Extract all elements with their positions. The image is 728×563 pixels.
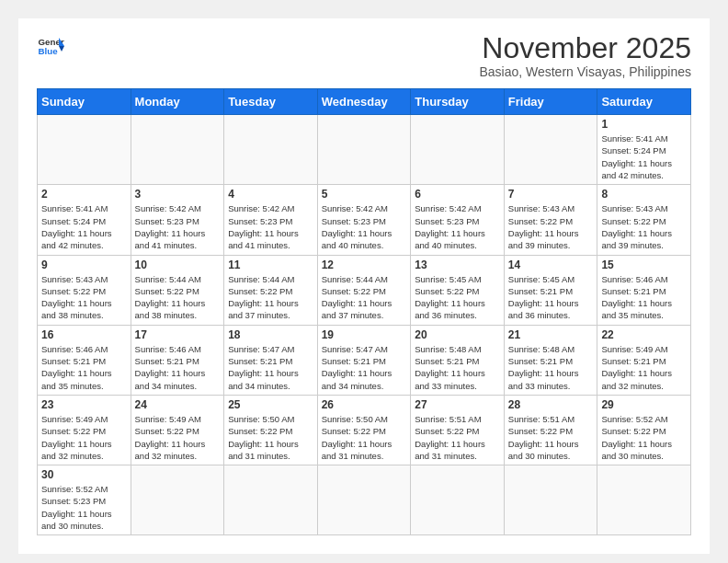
calendar-cell: 7Sunrise: 5:43 AM Sunset: 5:22 PM Daylig… — [504, 185, 597, 255]
day-info: Sunrise: 5:46 AM Sunset: 5:21 PM Dayligh… — [601, 273, 687, 322]
svg-text:Blue: Blue — [39, 46, 59, 56]
day-number: 25 — [228, 398, 313, 411]
day-number: 30 — [41, 468, 127, 481]
calendar-cell: 27Sunrise: 5:51 AM Sunset: 5:22 PM Dayli… — [411, 395, 505, 465]
day-info: Sunrise: 5:44 AM Sunset: 5:22 PM Dayligh… — [135, 273, 221, 322]
day-info: Sunrise: 5:51 AM Sunset: 5:22 PM Dayligh… — [415, 413, 500, 462]
day-info: Sunrise: 5:48 AM Sunset: 5:21 PM Dayligh… — [508, 343, 594, 392]
calendar-cell — [224, 115, 318, 185]
calendar-cell — [131, 115, 224, 185]
calendar-cell: 23Sunrise: 5:49 AM Sunset: 5:22 PM Dayli… — [38, 395, 131, 465]
calendar-cell: 14Sunrise: 5:45 AM Sunset: 5:21 PM Dayli… — [504, 255, 597, 325]
calendar-cell: 21Sunrise: 5:48 AM Sunset: 5:21 PM Dayli… — [504, 325, 597, 395]
calendar-cell: 2Sunrise: 5:41 AM Sunset: 5:24 PM Daylig… — [38, 185, 131, 255]
day-number: 29 — [601, 398, 687, 411]
calendar-cell: 30Sunrise: 5:52 AM Sunset: 5:23 PM Dayli… — [38, 465, 131, 535]
location: Basiao, Western Visayas, Philippines — [479, 64, 691, 79]
page-header: General Blue November 2025 Basiao, Weste… — [37, 32, 691, 79]
calendar-cell: 18Sunrise: 5:47 AM Sunset: 5:21 PM Dayli… — [224, 325, 318, 395]
calendar-cell — [317, 465, 411, 535]
weekday-header-monday: Monday — [131, 89, 224, 115]
calendar-cell: 12Sunrise: 5:44 AM Sunset: 5:22 PM Dayli… — [317, 255, 411, 325]
calendar-cell: 3Sunrise: 5:42 AM Sunset: 5:23 PM Daylig… — [131, 185, 224, 255]
day-number: 5 — [322, 188, 407, 201]
calendar-cell — [504, 465, 597, 535]
calendar-cell: 22Sunrise: 5:49 AM Sunset: 5:21 PM Dayli… — [597, 325, 691, 395]
calendar-cell: 15Sunrise: 5:46 AM Sunset: 5:21 PM Dayli… — [597, 255, 691, 325]
calendar-cell: 25Sunrise: 5:50 AM Sunset: 5:22 PM Dayli… — [224, 395, 318, 465]
weekday-header-row: SundayMondayTuesdayWednesdayThursdayFrid… — [38, 89, 691, 115]
calendar-cell: 5Sunrise: 5:42 AM Sunset: 5:23 PM Daylig… — [317, 185, 411, 255]
day-info: Sunrise: 5:43 AM Sunset: 5:22 PM Dayligh… — [41, 273, 127, 322]
calendar-cell: 4Sunrise: 5:42 AM Sunset: 5:23 PM Daylig… — [224, 185, 318, 255]
calendar-cell — [317, 115, 411, 185]
day-info: Sunrise: 5:42 AM Sunset: 5:23 PM Dayligh… — [135, 202, 221, 251]
month-title: November 2025 — [479, 32, 691, 64]
day-info: Sunrise: 5:49 AM Sunset: 5:22 PM Dayligh… — [41, 413, 127, 462]
day-number: 27 — [415, 398, 500, 411]
weekday-header-friday: Friday — [504, 89, 597, 115]
day-info: Sunrise: 5:46 AM Sunset: 5:21 PM Dayligh… — [135, 343, 221, 392]
calendar-cell: 17Sunrise: 5:46 AM Sunset: 5:21 PM Dayli… — [131, 325, 224, 395]
day-number: 12 — [322, 259, 407, 271]
calendar-cell: 9Sunrise: 5:43 AM Sunset: 5:22 PM Daylig… — [38, 255, 131, 325]
weekday-header-tuesday: Tuesday — [224, 89, 318, 115]
logo-icon: General Blue — [37, 32, 64, 60]
day-info: Sunrise: 5:42 AM Sunset: 5:23 PM Dayligh… — [415, 202, 500, 251]
day-number: 17 — [135, 328, 221, 341]
day-number: 20 — [415, 328, 500, 341]
calendar-table: SundayMondayTuesdayWednesdayThursdayFrid… — [37, 88, 691, 535]
day-info: Sunrise: 5:47 AM Sunset: 5:21 PM Dayligh… — [322, 343, 407, 392]
day-number: 19 — [322, 328, 407, 341]
day-number: 6 — [415, 188, 500, 201]
day-info: Sunrise: 5:45 AM Sunset: 5:21 PM Dayligh… — [508, 273, 594, 322]
calendar-cell — [411, 465, 505, 535]
day-info: Sunrise: 5:49 AM Sunset: 5:22 PM Dayligh… — [135, 413, 221, 462]
day-info: Sunrise: 5:43 AM Sunset: 5:22 PM Dayligh… — [508, 202, 594, 251]
day-number: 14 — [508, 259, 594, 271]
day-number: 23 — [41, 398, 127, 411]
calendar-cell: 16Sunrise: 5:46 AM Sunset: 5:21 PM Dayli… — [38, 325, 131, 395]
day-info: Sunrise: 5:45 AM Sunset: 5:22 PM Dayligh… — [415, 273, 500, 322]
calendar-cell: 28Sunrise: 5:51 AM Sunset: 5:22 PM Dayli… — [504, 395, 597, 465]
day-info: Sunrise: 5:48 AM Sunset: 5:21 PM Dayligh… — [415, 343, 500, 392]
calendar-cell: 11Sunrise: 5:44 AM Sunset: 5:22 PM Dayli… — [224, 255, 318, 325]
day-number: 16 — [41, 328, 127, 341]
calendar-cell: 8Sunrise: 5:43 AM Sunset: 5:22 PM Daylig… — [597, 185, 691, 255]
weekday-header-wednesday: Wednesday — [317, 89, 411, 115]
day-number: 26 — [322, 398, 407, 411]
day-number: 2 — [41, 188, 127, 201]
title-block: November 2025 Basiao, Western Visayas, P… — [479, 32, 691, 79]
calendar-cell — [504, 115, 597, 185]
day-number: 11 — [228, 259, 313, 271]
day-info: Sunrise: 5:41 AM Sunset: 5:24 PM Dayligh… — [601, 132, 687, 181]
calendar-cell: 20Sunrise: 5:48 AM Sunset: 5:21 PM Dayli… — [411, 325, 505, 395]
day-info: Sunrise: 5:47 AM Sunset: 5:21 PM Dayligh… — [228, 343, 313, 392]
day-info: Sunrise: 5:50 AM Sunset: 5:22 PM Dayligh… — [322, 413, 407, 462]
day-info: Sunrise: 5:51 AM Sunset: 5:22 PM Dayligh… — [508, 413, 594, 462]
calendar-cell: 24Sunrise: 5:49 AM Sunset: 5:22 PM Dayli… — [131, 395, 224, 465]
day-info: Sunrise: 5:50 AM Sunset: 5:22 PM Dayligh… — [228, 413, 313, 462]
calendar-cell — [597, 465, 691, 535]
calendar-cell: 29Sunrise: 5:52 AM Sunset: 5:22 PM Dayli… — [597, 395, 691, 465]
day-info: Sunrise: 5:52 AM Sunset: 5:23 PM Dayligh… — [41, 483, 127, 532]
calendar-cell — [224, 465, 318, 535]
calendar-page: General Blue November 2025 Basiao, Weste… — [18, 18, 710, 554]
svg-marker-3 — [59, 46, 64, 52]
day-info: Sunrise: 5:44 AM Sunset: 5:22 PM Dayligh… — [228, 273, 313, 322]
calendar-cell — [411, 115, 505, 185]
day-info: Sunrise: 5:42 AM Sunset: 5:23 PM Dayligh… — [322, 202, 407, 251]
calendar-cell: 6Sunrise: 5:42 AM Sunset: 5:23 PM Daylig… — [411, 185, 505, 255]
day-number: 8 — [601, 188, 687, 201]
day-number: 9 — [41, 259, 127, 271]
weekday-header-thursday: Thursday — [411, 89, 505, 115]
day-number: 7 — [508, 188, 594, 201]
weekday-header-saturday: Saturday — [597, 89, 691, 115]
day-number: 21 — [508, 328, 594, 341]
day-info: Sunrise: 5:44 AM Sunset: 5:22 PM Dayligh… — [322, 273, 407, 322]
logo: General Blue — [37, 32, 64, 60]
calendar-cell — [38, 115, 131, 185]
day-info: Sunrise: 5:41 AM Sunset: 5:24 PM Dayligh… — [41, 202, 127, 251]
day-number: 1 — [601, 118, 687, 131]
calendar-cell: 1Sunrise: 5:41 AM Sunset: 5:24 PM Daylig… — [597, 115, 691, 185]
